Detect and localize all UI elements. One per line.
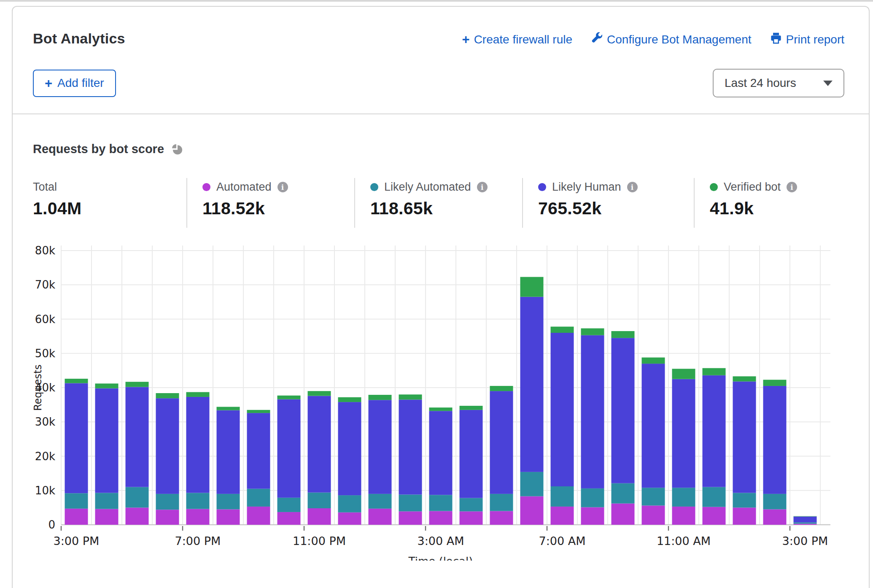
configure-bot-management-link[interactable]: Configure Bot Management	[591, 32, 751, 47]
bar-segment-likely-human[interactable]	[520, 297, 544, 472]
bar-segment-verified-bot[interactable]	[551, 326, 574, 333]
bar-segment-verified-bot[interactable]	[672, 369, 695, 379]
bar-segment-verified-bot[interactable]	[217, 407, 240, 410]
bar-segment-likely-human[interactable]	[763, 386, 787, 494]
bar-segment-automated[interactable]	[278, 512, 301, 525]
bar-segment-likely-automated[interactable]	[156, 494, 179, 510]
bar-segment-likely-automated[interactable]	[65, 493, 88, 509]
bar-segment-verified-bot[interactable]	[612, 331, 635, 338]
bar-segment-automated[interactable]	[551, 507, 574, 525]
bar-segment-likely-automated[interactable]	[794, 522, 817, 523]
bar-segment-likely-human[interactable]	[278, 399, 301, 498]
bar-segment-automated[interactable]	[581, 507, 604, 525]
bar-segment-likely-automated[interactable]	[126, 487, 149, 508]
bar-segment-verified-bot[interactable]	[703, 368, 726, 375]
bar-segment-verified-bot[interactable]	[581, 328, 604, 335]
bar-segment-likely-human[interactable]	[794, 517, 817, 523]
bar-segment-likely-automated[interactable]	[460, 498, 483, 512]
info-icon[interactable]: i	[278, 182, 288, 192]
bar-segment-likely-human[interactable]	[460, 410, 483, 498]
bar-segment-likely-human[interactable]	[156, 398, 179, 494]
bar-segment-likely-human[interactable]	[429, 411, 453, 495]
bar-segment-likely-human[interactable]	[581, 335, 604, 488]
bar-segment-likely-human[interactable]	[308, 396, 331, 493]
bar-segment-likely-human[interactable]	[642, 364, 665, 488]
bar-segment-likely-human[interactable]	[217, 410, 240, 494]
bar-segment-automated[interactable]	[338, 512, 361, 525]
bar-segment-automated[interactable]	[642, 506, 665, 525]
bar-segment-automated[interactable]	[308, 508, 331, 525]
bar-segment-automated[interactable]	[703, 507, 726, 525]
bar-segment-automated[interactable]	[612, 504, 635, 525]
bar-segment-likely-automated[interactable]	[217, 494, 240, 510]
bar-segment-verified-bot[interactable]	[186, 392, 210, 397]
bar-segment-likely-human[interactable]	[672, 379, 695, 488]
bar-segment-likely-automated[interactable]	[551, 486, 574, 507]
bar-segment-likely-human[interactable]	[399, 399, 422, 494]
bar-segment-automated[interactable]	[733, 507, 756, 525]
bar-segment-automated[interactable]	[490, 511, 513, 525]
bar-segment-likely-automated[interactable]	[95, 493, 119, 509]
info-icon[interactable]: i	[627, 182, 638, 192]
bar-segment-likely-automated[interactable]	[642, 488, 665, 505]
bar-segment-likely-automated[interactable]	[247, 489, 270, 507]
bar-segment-likely-human[interactable]	[733, 381, 756, 493]
bar-segment-likely-human[interactable]	[612, 338, 635, 483]
bar-segment-likely-automated[interactable]	[278, 498, 301, 512]
bar-segment-likely-human[interactable]	[338, 402, 361, 495]
bar-segment-verified-bot[interactable]	[399, 394, 422, 399]
bar-segment-likely-automated[interactable]	[369, 494, 392, 509]
bar-segment-likely-human[interactable]	[490, 391, 513, 494]
bar-segment-verified-bot[interactable]	[278, 396, 301, 399]
bar-segment-verified-bot[interactable]	[642, 358, 665, 364]
bar-segment-automated[interactable]	[429, 511, 453, 525]
bar-segment-verified-bot[interactable]	[794, 516, 817, 517]
bar-segment-likely-human[interactable]	[247, 413, 270, 489]
bar-segment-verified-bot[interactable]	[156, 393, 179, 398]
bar-segment-automated[interactable]	[399, 511, 422, 525]
bar-segment-verified-bot[interactable]	[308, 391, 331, 396]
bar-segment-likely-human[interactable]	[369, 400, 392, 494]
bar-segment-likely-human[interactable]	[186, 397, 210, 493]
bar-segment-automated[interactable]	[186, 509, 210, 525]
bar-segment-verified-bot[interactable]	[65, 379, 88, 383]
bar-segment-automated[interactable]	[520, 496, 544, 525]
bar-segment-likely-automated[interactable]	[429, 495, 453, 511]
bar-segment-automated[interactable]	[156, 510, 179, 525]
bar-segment-verified-bot[interactable]	[338, 397, 361, 402]
bar-segment-likely-human[interactable]	[703, 375, 726, 487]
bar-segment-automated[interactable]	[95, 509, 119, 525]
bar-segment-automated[interactable]	[247, 507, 270, 525]
bar-segment-likely-human[interactable]	[65, 383, 88, 493]
bar-segment-likely-human[interactable]	[95, 388, 119, 493]
bar-segment-likely-automated[interactable]	[672, 488, 695, 507]
bar-segment-automated[interactable]	[217, 509, 240, 525]
bar-segment-likely-automated[interactable]	[733, 493, 756, 507]
bar-segment-verified-bot[interactable]	[763, 380, 787, 386]
bar-segment-likely-automated[interactable]	[581, 488, 604, 507]
info-icon[interactable]: i	[787, 182, 797, 192]
bar-segment-verified-bot[interactable]	[429, 407, 453, 411]
bar-segment-likely-automated[interactable]	[399, 495, 422, 512]
bar-segment-automated[interactable]	[794, 524, 817, 525]
bar-segment-verified-bot[interactable]	[369, 395, 392, 400]
bar-segment-automated[interactable]	[763, 509, 787, 525]
bar-segment-verified-bot[interactable]	[490, 386, 513, 391]
bar-segment-likely-automated[interactable]	[490, 494, 513, 511]
info-icon[interactable]: i	[477, 182, 488, 192]
bar-segment-automated[interactable]	[65, 509, 88, 525]
add-filter-button[interactable]: + Add filter	[33, 70, 116, 97]
bar-segment-verified-bot[interactable]	[520, 277, 544, 297]
print-report-link[interactable]: Print report	[770, 32, 845, 47]
bar-segment-likely-automated[interactable]	[308, 493, 331, 508]
bar-segment-likely-automated[interactable]	[763, 494, 787, 510]
bar-segment-verified-bot[interactable]	[247, 410, 270, 413]
bar-segment-automated[interactable]	[369, 509, 392, 525]
bar-segment-likely-human[interactable]	[551, 333, 574, 486]
time-range-select[interactable]: Last 24 hours	[713, 69, 844, 97]
bar-segment-likely-automated[interactable]	[703, 487, 726, 507]
bar-segment-automated[interactable]	[460, 511, 483, 525]
bar-segment-automated[interactable]	[126, 507, 149, 525]
bar-segment-verified-bot[interactable]	[733, 376, 756, 381]
bar-segment-likely-automated[interactable]	[186, 493, 210, 509]
